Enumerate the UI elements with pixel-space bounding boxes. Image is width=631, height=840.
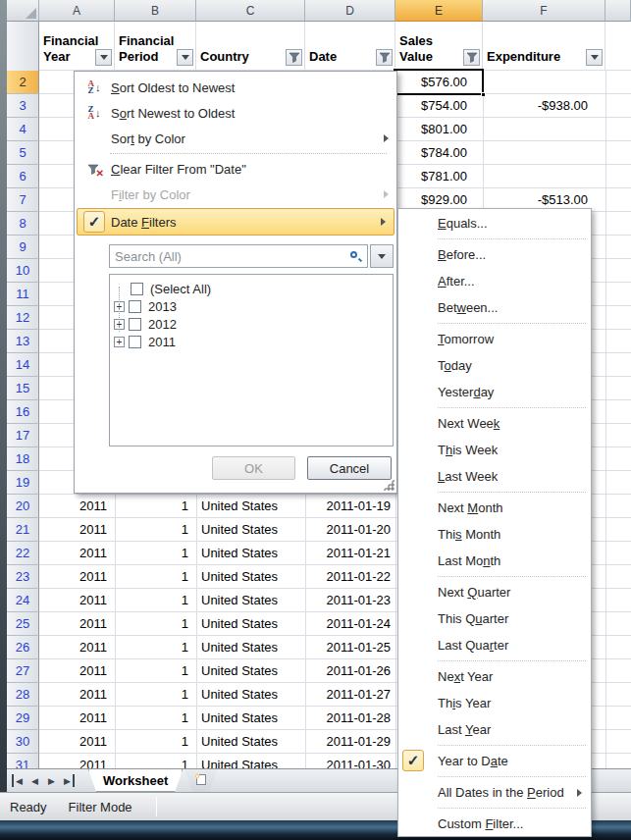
cell-date[interactable]: 2011-01-26 [305, 659, 395, 683]
column-header-A[interactable]: A [39, 0, 115, 22]
cell-date[interactable]: 2011-01-20 [305, 518, 395, 542]
cell-date[interactable]: 2011-01-22 [305, 565, 395, 589]
column-header-C[interactable]: C [196, 0, 305, 22]
cell-financial-period[interactable]: 1 [115, 542, 196, 565]
checkbox[interactable] [129, 318, 141, 331]
expand-plus-icon[interactable]: + [114, 337, 125, 347]
column-header-B[interactable]: B [115, 0, 196, 22]
submenu-item-this-year[interactable]: This Year [398, 690, 591, 716]
tree-item-selectall[interactable]: (Select All) [110, 280, 393, 297]
row-header-8[interactable]: 8 [7, 212, 39, 236]
submenu-item-before[interactable]: Before... [398, 241, 591, 268]
row-header-27[interactable]: 27 [7, 659, 39, 683]
column-header-F[interactable]: F [483, 0, 605, 22]
submenu-item-this-week[interactable]: This Week [398, 437, 591, 463]
cell-financial-period[interactable]: 1 [115, 683, 196, 707]
cell-financial-period[interactable]: 1 [115, 612, 196, 636]
first-sheet-icon[interactable]: ◀ [12, 774, 25, 787]
cell-financial-period[interactable]: 1 [115, 636, 196, 659]
row-header-19[interactable]: 19 [7, 471, 39, 495]
row-header-4[interactable]: 4 [7, 118, 39, 141]
cell-date[interactable]: 2011-01-23 [305, 589, 395, 612]
submenu-item-tomorrow[interactable]: Tomorrow [398, 326, 591, 352]
submenu-item-this-month[interactable]: This Month [398, 521, 591, 548]
cell-country[interactable]: United States [196, 565, 305, 589]
menu-item-sort-by-color[interactable]: Sort by Color [75, 126, 396, 151]
header-cell-sales-value[interactable]: SalesValue [395, 22, 483, 71]
row-header-10[interactable]: 10 [7, 259, 39, 283]
cell-financial-period[interactable]: 1 [115, 589, 196, 612]
submenu-item-next-year[interactable]: Next Year [398, 663, 591, 690]
cell-expenditure[interactable] [483, 71, 605, 94]
resize-grip[interactable] [383, 479, 394, 491]
row-header-6[interactable]: 6 [7, 165, 39, 188]
checkbox[interactable] [129, 300, 141, 313]
cell-financial-period[interactable]: 1 [115, 754, 196, 768]
cell-financial-year[interactable]: 2011 [39, 589, 115, 612]
filter-applied-button[interactable] [463, 49, 480, 66]
row-header-17[interactable]: 17 [7, 424, 39, 447]
cell-country[interactable]: United States [196, 612, 305, 636]
row-header-30[interactable]: 30 [7, 730, 39, 754]
cell-date[interactable]: 2011-01-30 [305, 754, 395, 768]
cell-financial-year[interactable]: 2011 [39, 659, 115, 683]
cell-date[interactable]: 2011-01-19 [305, 495, 395, 518]
cell-financial-year[interactable]: 2011 [39, 565, 115, 589]
menu-item-sort-oldest-to-newest[interactable]: AZ↓Sort Oldest to Newest [75, 75, 396, 100]
cell-financial-period[interactable]: 1 [115, 707, 196, 730]
row-header-22[interactable]: 22 [7, 542, 39, 565]
header-cell-financial-period[interactable]: FinancialPeriod [115, 22, 196, 71]
cell-country[interactable]: United States [196, 707, 305, 730]
submenu-item-last-year[interactable]: Last Year [398, 716, 591, 743]
header-cell-expenditure[interactable]: Expenditure [483, 22, 605, 71]
row-header-24[interactable]: 24 [7, 589, 39, 612]
row-header-7[interactable]: 7 [7, 188, 39, 212]
submenu-item-custom-filter[interactable]: Custom Filter... [398, 811, 591, 837]
row-header-31[interactable]: 31 [7, 754, 39, 768]
cell-financial-year[interactable]: 2011 [39, 612, 115, 636]
row-header-15[interactable]: 15 [7, 377, 39, 400]
row-header-9[interactable]: 9 [7, 236, 39, 259]
cell-date[interactable]: 2011-01-27 [305, 683, 395, 707]
submenu-item-this-quarter[interactable]: This Quarter [398, 605, 591, 632]
header-cell-date[interactable]: Date [305, 22, 395, 71]
row-header-28[interactable]: 28 [7, 683, 39, 707]
row-header-23[interactable]: 23 [7, 565, 39, 589]
ok-button[interactable]: OK [212, 456, 295, 480]
cell-financial-year[interactable]: 2011 [39, 730, 115, 754]
submenu-item-last-week[interactable]: Last Week [398, 463, 591, 490]
cell-country[interactable]: United States [196, 659, 305, 683]
filter-dropdown-button[interactable] [177, 49, 193, 66]
row-header-25[interactable]: 25 [7, 612, 39, 636]
tree-item-2011[interactable]: +2011 [110, 333, 393, 350]
cell-financial-year[interactable]: 2011 [39, 518, 115, 542]
filter-dropdown-button[interactable] [95, 49, 112, 66]
cell-financial-year[interactable]: 2011 [39, 707, 115, 730]
cell-financial-period[interactable]: 1 [115, 659, 196, 683]
submenu-item-today[interactable]: Today [398, 352, 591, 379]
submenu-item-equals[interactable]: Equals... [398, 210, 591, 236]
menu-item-clear-filter-from-date[interactable]: ✕Clear Filter From "Date" [75, 156, 396, 182]
cell-financial-year[interactable]: 2011 [39, 542, 115, 565]
row-header-3[interactable]: 3 [7, 94, 39, 118]
search-scope-dropdown-button[interactable] [370, 244, 394, 268]
cell-country[interactable]: United States [196, 636, 305, 659]
cell-expenditure[interactable]: -$938.00 [483, 94, 605, 118]
row-header-21[interactable]: 21 [7, 518, 39, 542]
cell-expenditure[interactable] [483, 141, 605, 165]
tree-item-2012[interactable]: +2012 [110, 315, 393, 333]
checkbox[interactable] [131, 283, 143, 295]
cell-financial-year[interactable]: 2011 [39, 636, 115, 659]
submenu-item-next-month[interactable]: Next Month [398, 495, 591, 521]
cell-date[interactable]: 2011-01-28 [305, 707, 395, 730]
cell-financial-period[interactable]: 1 [115, 495, 196, 518]
row-header-20[interactable]: 20 [7, 495, 39, 518]
row-header-18[interactable]: 18 [7, 447, 39, 471]
column-header-partial[interactable] [605, 0, 631, 22]
menu-item-date-filters[interactable]: ✓Date Filters [77, 208, 394, 236]
row-header-29[interactable]: 29 [7, 707, 39, 730]
cell-sales-value[interactable]: $801.00 [395, 118, 483, 141]
submenu-item-next-week[interactable]: Next Week [398, 410, 591, 437]
cell-country[interactable]: United States [196, 730, 305, 754]
row-header-13[interactable]: 13 [7, 330, 39, 353]
